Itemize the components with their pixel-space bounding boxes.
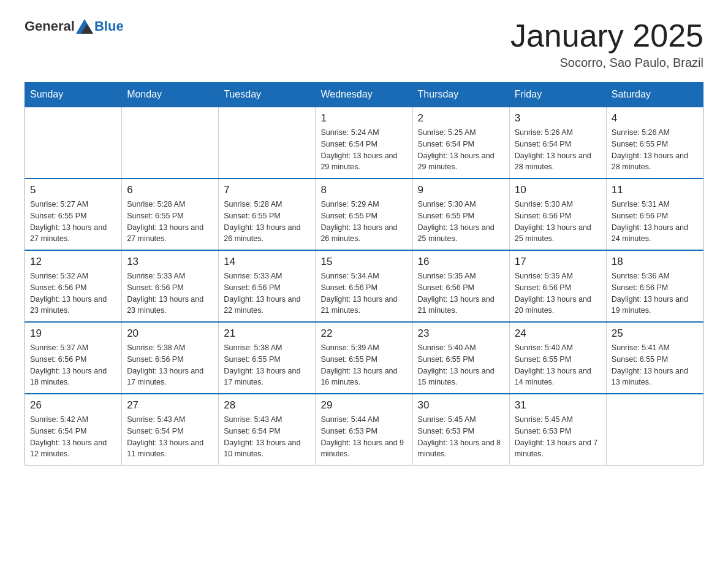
day-info: Sunrise: 5:37 AMSunset: 6:56 PMDaylight:… xyxy=(30,342,116,388)
calendar-cell: 9Sunrise: 5:30 AMSunset: 6:55 PMDaylight… xyxy=(412,178,509,250)
day-info: Sunrise: 5:38 AMSunset: 6:56 PMDaylight:… xyxy=(127,342,213,388)
day-number: 31 xyxy=(515,399,601,412)
day-number: 8 xyxy=(320,184,407,196)
logo-icon xyxy=(76,19,93,34)
calendar-header-wednesday: Wednesday xyxy=(316,83,412,107)
day-number: 20 xyxy=(127,327,213,340)
calendar-week-row: 5Sunrise: 5:27 AMSunset: 6:55 PMDaylight… xyxy=(25,178,703,250)
day-number: 1 xyxy=(320,112,407,124)
day-number: 30 xyxy=(418,399,504,412)
calendar-cell: 17Sunrise: 5:35 AMSunset: 6:56 PMDayligh… xyxy=(509,250,606,322)
day-info: Sunrise: 5:40 AMSunset: 6:55 PMDaylight:… xyxy=(418,342,504,388)
day-number: 29 xyxy=(320,399,407,412)
day-number: 9 xyxy=(418,184,504,196)
calendar-cell xyxy=(25,107,122,178)
day-info: Sunrise: 5:40 AMSunset: 6:55 PMDaylight:… xyxy=(515,342,601,388)
page-header: General Blue January 2025 Socorro, Sao P… xyxy=(25,18,703,70)
day-info: Sunrise: 5:36 AMSunset: 6:56 PMDaylight:… xyxy=(612,270,698,316)
calendar-cell: 11Sunrise: 5:31 AMSunset: 6:56 PMDayligh… xyxy=(606,178,703,250)
day-info: Sunrise: 5:38 AMSunset: 6:55 PMDaylight:… xyxy=(224,342,310,388)
logo: General Blue xyxy=(25,18,124,34)
calendar-cell xyxy=(219,107,316,178)
day-info: Sunrise: 5:41 AMSunset: 6:55 PMDaylight:… xyxy=(612,342,698,388)
calendar-cell: 16Sunrise: 5:35 AMSunset: 6:56 PMDayligh… xyxy=(412,250,509,322)
calendar-cell: 3Sunrise: 5:26 AMSunset: 6:54 PMDaylight… xyxy=(509,107,606,178)
month-title: January 2025 xyxy=(510,18,703,53)
day-number: 14 xyxy=(224,256,310,268)
day-info: Sunrise: 5:42 AMSunset: 6:54 PMDaylight:… xyxy=(30,414,116,460)
day-number: 21 xyxy=(224,327,310,340)
calendar-cell: 31Sunrise: 5:45 AMSunset: 6:53 PMDayligh… xyxy=(509,394,606,465)
logo-blue-text: Blue xyxy=(94,18,124,34)
day-info: Sunrise: 5:24 AMSunset: 6:54 PMDaylight:… xyxy=(320,127,407,173)
day-number: 18 xyxy=(612,256,698,268)
calendar-week-row: 1Sunrise: 5:24 AMSunset: 6:54 PMDaylight… xyxy=(25,107,703,178)
calendar-cell: 25Sunrise: 5:41 AMSunset: 6:55 PMDayligh… xyxy=(606,322,703,394)
day-number: 12 xyxy=(30,256,116,268)
calendar-cell: 19Sunrise: 5:37 AMSunset: 6:56 PMDayligh… xyxy=(25,322,122,394)
day-info: Sunrise: 5:39 AMSunset: 6:55 PMDaylight:… xyxy=(320,342,407,388)
day-info: Sunrise: 5:33 AMSunset: 6:56 PMDaylight:… xyxy=(224,270,310,316)
day-number: 19 xyxy=(30,327,116,340)
day-number: 25 xyxy=(612,327,698,340)
day-number: 22 xyxy=(320,327,407,340)
calendar-header-monday: Monday xyxy=(122,83,219,107)
day-info: Sunrise: 5:35 AMSunset: 6:56 PMDaylight:… xyxy=(418,270,504,316)
day-info: Sunrise: 5:34 AMSunset: 6:56 PMDaylight:… xyxy=(320,270,407,316)
calendar-cell: 1Sunrise: 5:24 AMSunset: 6:54 PMDaylight… xyxy=(316,107,412,178)
day-number: 6 xyxy=(127,184,213,196)
calendar-cell: 7Sunrise: 5:28 AMSunset: 6:55 PMDaylight… xyxy=(219,178,316,250)
day-info: Sunrise: 5:43 AMSunset: 6:54 PMDaylight:… xyxy=(127,414,213,460)
day-info: Sunrise: 5:28 AMSunset: 6:55 PMDaylight:… xyxy=(224,199,310,245)
calendar-header-sunday: Sunday xyxy=(25,83,122,107)
calendar-week-row: 19Sunrise: 5:37 AMSunset: 6:56 PMDayligh… xyxy=(25,322,703,394)
day-info: Sunrise: 5:43 AMSunset: 6:54 PMDaylight:… xyxy=(224,414,310,460)
location: Socorro, Sao Paulo, Brazil xyxy=(510,56,703,70)
day-number: 15 xyxy=(320,256,407,268)
calendar-cell: 29Sunrise: 5:44 AMSunset: 6:53 PMDayligh… xyxy=(316,394,412,465)
day-info: Sunrise: 5:28 AMSunset: 6:55 PMDaylight:… xyxy=(127,199,213,245)
day-number: 17 xyxy=(515,256,601,268)
day-number: 16 xyxy=(418,256,504,268)
calendar-table: SundayMondayTuesdayWednesdayThursdayFrid… xyxy=(25,82,703,465)
day-number: 27 xyxy=(127,399,213,412)
calendar-header-friday: Friday xyxy=(509,83,606,107)
day-info: Sunrise: 5:30 AMSunset: 6:55 PMDaylight:… xyxy=(418,199,504,245)
day-number: 4 xyxy=(612,112,698,124)
day-info: Sunrise: 5:35 AMSunset: 6:56 PMDaylight:… xyxy=(515,270,601,316)
calendar-cell xyxy=(606,394,703,465)
calendar-cell: 23Sunrise: 5:40 AMSunset: 6:55 PMDayligh… xyxy=(412,322,509,394)
calendar-cell: 12Sunrise: 5:32 AMSunset: 6:56 PMDayligh… xyxy=(25,250,122,322)
calendar-cell: 10Sunrise: 5:30 AMSunset: 6:56 PMDayligh… xyxy=(509,178,606,250)
day-info: Sunrise: 5:31 AMSunset: 6:56 PMDaylight:… xyxy=(612,199,698,245)
calendar-header-row: SundayMondayTuesdayWednesdayThursdayFrid… xyxy=(25,83,703,107)
calendar-cell xyxy=(122,107,219,178)
calendar-header-tuesday: Tuesday xyxy=(219,83,316,107)
calendar-cell: 8Sunrise: 5:29 AMSunset: 6:55 PMDaylight… xyxy=(316,178,412,250)
calendar-cell: 26Sunrise: 5:42 AMSunset: 6:54 PMDayligh… xyxy=(25,394,122,465)
day-info: Sunrise: 5:45 AMSunset: 6:53 PMDaylight:… xyxy=(418,414,504,460)
day-info: Sunrise: 5:33 AMSunset: 6:56 PMDaylight:… xyxy=(127,270,213,316)
calendar-cell: 13Sunrise: 5:33 AMSunset: 6:56 PMDayligh… xyxy=(122,250,219,322)
day-number: 2 xyxy=(418,112,504,124)
day-info: Sunrise: 5:32 AMSunset: 6:56 PMDaylight:… xyxy=(30,270,116,316)
calendar-cell: 5Sunrise: 5:27 AMSunset: 6:55 PMDaylight… xyxy=(25,178,122,250)
day-info: Sunrise: 5:45 AMSunset: 6:53 PMDaylight:… xyxy=(515,414,601,460)
day-number: 24 xyxy=(515,327,601,340)
calendar-cell: 21Sunrise: 5:38 AMSunset: 6:55 PMDayligh… xyxy=(219,322,316,394)
calendar-cell: 20Sunrise: 5:38 AMSunset: 6:56 PMDayligh… xyxy=(122,322,219,394)
calendar-header-thursday: Thursday xyxy=(412,83,509,107)
calendar-cell: 6Sunrise: 5:28 AMSunset: 6:55 PMDaylight… xyxy=(122,178,219,250)
calendar-cell: 24Sunrise: 5:40 AMSunset: 6:55 PMDayligh… xyxy=(509,322,606,394)
calendar-cell: 28Sunrise: 5:43 AMSunset: 6:54 PMDayligh… xyxy=(219,394,316,465)
title-block: January 2025 Socorro, Sao Paulo, Brazil xyxy=(510,18,703,70)
day-number: 5 xyxy=(30,184,116,196)
day-info: Sunrise: 5:29 AMSunset: 6:55 PMDaylight:… xyxy=(320,199,407,245)
day-info: Sunrise: 5:44 AMSunset: 6:53 PMDaylight:… xyxy=(320,414,407,460)
day-info: Sunrise: 5:26 AMSunset: 6:54 PMDaylight:… xyxy=(515,127,601,173)
logo-general-text: General xyxy=(25,18,75,34)
day-info: Sunrise: 5:26 AMSunset: 6:55 PMDaylight:… xyxy=(612,127,698,173)
day-number: 26 xyxy=(30,399,116,412)
calendar-cell: 22Sunrise: 5:39 AMSunset: 6:55 PMDayligh… xyxy=(316,322,412,394)
calendar-cell: 14Sunrise: 5:33 AMSunset: 6:56 PMDayligh… xyxy=(219,250,316,322)
